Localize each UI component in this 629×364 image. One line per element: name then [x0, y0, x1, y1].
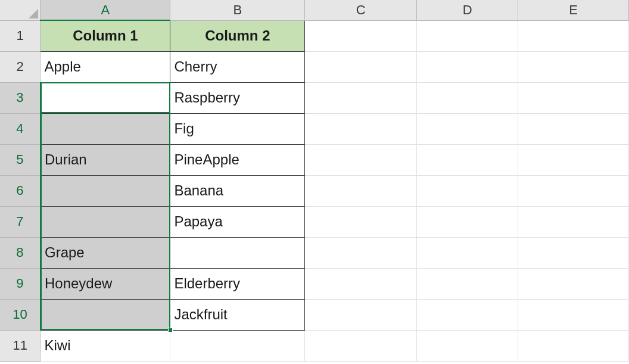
cell-B8[interactable] — [170, 237, 305, 268]
cell-E10[interactable] — [518, 299, 629, 330]
cell-E3[interactable] — [518, 82, 629, 113]
cell-D10[interactable] — [417, 299, 518, 330]
column-header-C[interactable]: C — [305, 0, 417, 20]
row-header-11[interactable]: 11 — [0, 330, 41, 361]
row-header-7[interactable]: 7 — [0, 206, 41, 237]
cell-D5[interactable] — [417, 144, 518, 175]
row-header-4[interactable]: 4 — [0, 113, 41, 144]
cell-A4[interactable] — [41, 113, 170, 144]
cell-C9[interactable] — [305, 268, 417, 299]
cell-B10[interactable]: Jackfruit — [170, 299, 305, 330]
cell-C5[interactable] — [305, 144, 417, 175]
cell-C6[interactable] — [305, 175, 417, 206]
cell-E11[interactable] — [518, 330, 629, 361]
fill-handle[interactable] — [168, 328, 173, 332]
cell-A3[interactable] — [41, 82, 170, 113]
cell-A5[interactable]: Durian — [41, 144, 170, 175]
cell-E6[interactable] — [518, 175, 629, 206]
grid: A B C D E 1 Column 1 Column 2 2 Apple Ch… — [0, 0, 629, 362]
spreadsheet: A B C D E 1 Column 1 Column 2 2 Apple Ch… — [0, 0, 629, 364]
cell-E8[interactable] — [518, 237, 629, 268]
cell-C2[interactable] — [305, 51, 417, 82]
cell-A1[interactable]: Column 1 — [41, 20, 170, 51]
cell-E4[interactable] — [518, 113, 629, 144]
row-header-3[interactable]: 3 — [0, 82, 41, 113]
cell-E5[interactable] — [518, 144, 629, 175]
select-all-corner[interactable] — [0, 0, 41, 20]
row-header-2[interactable]: 2 — [0, 51, 41, 82]
cell-B11[interactable] — [170, 330, 305, 361]
cell-A10[interactable] — [41, 299, 170, 330]
cell-C11[interactable] — [305, 330, 417, 361]
cell-D7[interactable] — [417, 206, 518, 237]
cell-B7[interactable]: Papaya — [170, 206, 305, 237]
cell-D1[interactable] — [417, 20, 518, 51]
cell-C8[interactable] — [305, 237, 417, 268]
cell-A8[interactable]: Grape — [41, 237, 170, 268]
cell-D2[interactable] — [417, 51, 518, 82]
column-header-A[interactable]: A — [41, 0, 170, 20]
select-all-icon — [27, 8, 38, 18]
cell-C3[interactable] — [305, 82, 417, 113]
cell-A9[interactable]: Honeydew — [41, 268, 170, 299]
cell-C4[interactable] — [305, 113, 417, 144]
column-header-E[interactable]: E — [518, 0, 629, 20]
cell-D3[interactable] — [417, 82, 518, 113]
cell-E2[interactable] — [518, 51, 629, 82]
row-header-10[interactable]: 10 — [0, 299, 41, 330]
row-header-1[interactable]: 1 — [0, 20, 41, 51]
cell-B3[interactable]: Raspberry — [170, 82, 305, 113]
cell-C7[interactable] — [305, 206, 417, 237]
cell-E7[interactable] — [518, 206, 629, 237]
cell-B6[interactable]: Banana — [170, 175, 305, 206]
cell-D11[interactable] — [417, 330, 518, 361]
row-header-6[interactable]: 6 — [0, 175, 41, 206]
cell-D6[interactable] — [417, 175, 518, 206]
cell-B9[interactable]: Elderberry — [170, 268, 305, 299]
row-header-9[interactable]: 9 — [0, 268, 41, 299]
cell-E1[interactable] — [518, 20, 629, 51]
cell-B2[interactable]: Cherry — [170, 51, 305, 82]
cell-A2[interactable]: Apple — [41, 51, 170, 82]
cell-C1[interactable] — [305, 20, 417, 51]
cell-A7[interactable] — [41, 206, 170, 237]
column-header-B[interactable]: B — [170, 0, 305, 20]
cell-B4[interactable]: Fig — [170, 113, 305, 144]
column-header-D[interactable]: D — [417, 0, 518, 20]
cell-A11[interactable]: Kiwi — [41, 330, 170, 361]
row-header-8[interactable]: 8 — [0, 237, 41, 268]
row-header-5[interactable]: 5 — [0, 144, 41, 175]
cell-B5[interactable]: PineApple — [170, 144, 305, 175]
cell-C10[interactable] — [305, 299, 417, 330]
cell-B1[interactable]: Column 2 — [170, 20, 305, 51]
cell-E9[interactable] — [518, 268, 629, 299]
cell-D8[interactable] — [417, 237, 518, 268]
cell-D9[interactable] — [417, 268, 518, 299]
cell-D4[interactable] — [417, 113, 518, 144]
cell-A6[interactable] — [41, 175, 170, 206]
